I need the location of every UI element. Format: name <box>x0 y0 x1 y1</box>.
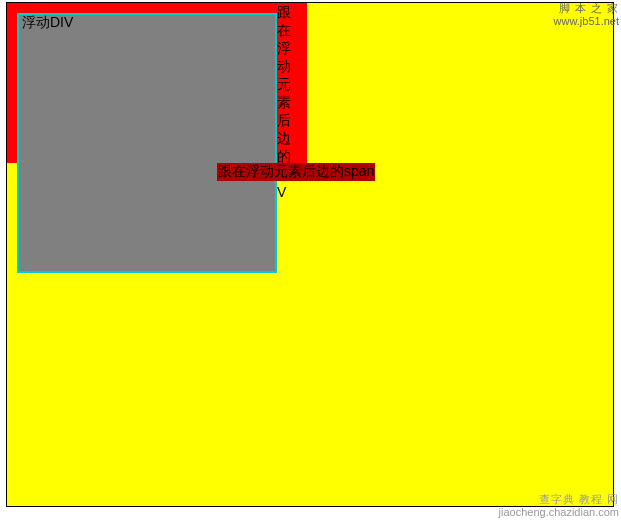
float-div: 浮动DIV <box>18 14 276 272</box>
watermark-top-url: www.jb51.net <box>554 15 619 28</box>
watermark-top: 脚 本 之 家 www.jb51.net <box>554 2 619 28</box>
watermark-top-name: 脚 本 之 家 <box>554 2 619 15</box>
following-span-text: 跟在浮动元素后边的span <box>217 163 375 181</box>
float-div-label: 浮动DIV <box>22 14 73 32</box>
watermark-bottom-url: jiaocheng.chazidian.com <box>499 506 619 519</box>
watermark-bottom: 查字典 教程 网 jiaocheng.chazidian.com <box>499 493 619 519</box>
watermark-bottom-name: 查字典 教程 网 <box>499 493 619 506</box>
demo-container: 浮动DIV 跟在浮动元素后边的DIV 跟在浮动元素后边的span <box>6 2 614 507</box>
